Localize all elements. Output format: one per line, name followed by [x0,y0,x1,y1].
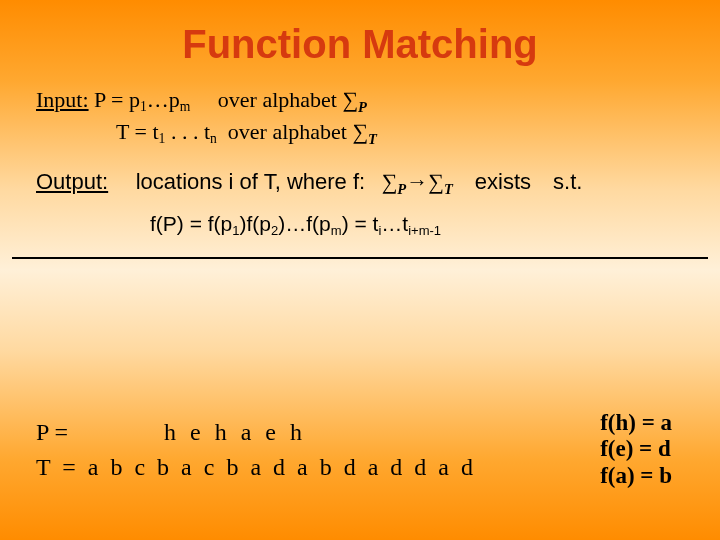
fP-equation: f(P) = f(p1)f(p2)…f(pm) = ti…ti+m-1 [150,210,684,239]
divider [12,257,708,259]
output-st: s.t. [553,169,582,194]
map-line-2: f(e) = d [600,436,672,462]
function-map: f(h) = a f(e) = d f(a) = b [600,410,672,489]
input-line-P: Input: P = p1…pm over alphabet ∑P [36,85,684,117]
example-block: P = h e h a e h T = a b c b a c b a d a … [36,410,684,489]
output-exists: exists [475,169,531,194]
input-T-text: T = t1 . . . tn over alphabet ∑T [116,119,377,144]
slide-title: Function Matching [0,0,720,73]
output-line: Output: locations i of T, where f: ∑P→∑T… [36,167,684,199]
example-T-line: T = a b c b a c b a d a b d a d d a d [36,450,473,485]
output-sigmas: ∑P→∑T [382,169,459,194]
input-label: Input: [36,87,89,112]
map-line-1: f(h) = a [600,410,672,436]
example-P-line: P = h e h a e h [36,415,473,450]
output-label: Output: [36,169,108,194]
example-PT: P = h e h a e h T = a b c b a c b a d a … [36,415,473,485]
input-line-T: T = t1 . . . tn over alphabet ∑T [116,117,684,149]
map-line-3: f(a) = b [600,463,672,489]
slide-body: Input: P = p1…pm over alphabet ∑P T = t1… [0,73,720,239]
input-P-text: P = p1…pm over alphabet ∑P [94,87,367,112]
output-text: locations i of T, where f: [136,169,366,194]
